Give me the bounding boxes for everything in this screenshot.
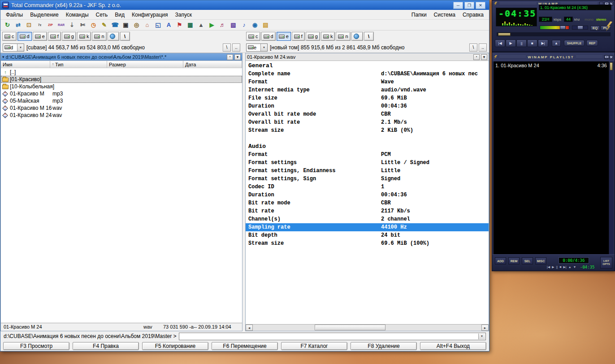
drive-button-n[interactable]: n bbox=[92, 32, 106, 41]
network-drive-button[interactable] bbox=[108, 32, 119, 41]
drive-button-g[interactable]: g bbox=[306, 32, 320, 41]
info-row[interactable]: Format settings, EndiannessLittle bbox=[246, 167, 489, 175]
mini-next-button[interactable]: ▶| bbox=[563, 265, 566, 269]
info-row[interactable]: FormatWave bbox=[246, 78, 489, 86]
internet-icon[interactable]: ◉ bbox=[250, 21, 260, 30]
scroll-right-icon[interactable]: ► bbox=[481, 325, 489, 331]
file-row[interactable]: 05-Майскаяmp3 bbox=[1, 97, 242, 104]
info-row[interactable]: Duration00:04:36 bbox=[246, 102, 489, 110]
seek-bar[interactable] bbox=[497, 32, 611, 36]
drive-button-f[interactable]: f bbox=[292, 32, 305, 41]
equalizer-button[interactable]: EQ bbox=[590, 26, 600, 30]
minimize-button[interactable]: ─ bbox=[453, 2, 463, 9]
track-title-marquee[interactable]: 1. 01-Красиво М 24 (4:36) bbox=[539, 4, 611, 10]
horizontal-scrollbar[interactable]: ◄ ► bbox=[246, 324, 489, 331]
image-icon[interactable]: ▧ bbox=[229, 21, 238, 30]
misc-button[interactable]: MISC bbox=[535, 257, 546, 264]
list-options-button[interactable]: LIST OPTS bbox=[600, 257, 612, 269]
info-row[interactable]: Codec ID1 bbox=[246, 183, 489, 191]
info-row[interactable]: File size69.6 MiB bbox=[246, 94, 489, 102]
balance-thumb[interactable] bbox=[577, 26, 583, 30]
root-dir-button[interactable]: \ bbox=[223, 43, 231, 52]
menu-item[interactable]: Выделение bbox=[26, 10, 62, 19]
flag-icon[interactable]: ⚑ bbox=[175, 21, 184, 30]
column-header[interactable]: ↑Тип bbox=[50, 61, 107, 68]
scroll-left-icon[interactable]: ◄ bbox=[246, 325, 253, 331]
playlist-item[interactable]: 1. 01-Красиво М 244:36 bbox=[494, 62, 608, 69]
repeat-button[interactable]: REP bbox=[586, 40, 598, 46]
function-key-button[interactable]: F3 Просмотр bbox=[3, 342, 69, 350]
root-drive-button[interactable]: \ bbox=[120, 32, 130, 41]
mini-pause-button[interactable]: || bbox=[556, 265, 558, 269]
volume-thumb[interactable] bbox=[560, 26, 566, 30]
playlist-scrollbar[interactable] bbox=[609, 61, 613, 254]
current-path-bar-right[interactable]: 01-Красиво М 24.wav * ▼ bbox=[246, 53, 489, 61]
grid-icon[interactable]: ▦ bbox=[186, 21, 195, 30]
current-path-bar-left[interactable]: ▾ d:\CUBASE\Анимация 6 новых песен до ос… bbox=[1, 53, 242, 61]
home-icon[interactable]: ⌂ bbox=[143, 21, 152, 30]
drive-button-c[interactable]: c bbox=[246, 32, 260, 41]
info-row[interactable]: Overall bit rate2.1 Mb/s bbox=[246, 118, 489, 126]
add-button[interactable]: ADD bbox=[495, 257, 506, 264]
drive-button-e[interactable]: e bbox=[33, 32, 47, 41]
play-button[interactable]: ▶ bbox=[506, 39, 516, 47]
info-row[interactable]: Bit depth24 bit bbox=[246, 231, 489, 239]
mini-down-button[interactable]: ▼ bbox=[573, 265, 576, 269]
menu-item[interactable]: Система bbox=[430, 10, 459, 19]
info-row[interactable]: Duration00:04:36 bbox=[246, 191, 489, 199]
rem-button[interactable]: REM bbox=[508, 257, 520, 264]
file-row[interactable]: 01-Красиво М 16wav bbox=[1, 104, 242, 112]
close-button[interactable]: ✕ bbox=[476, 2, 485, 9]
swap-panels-icon[interactable]: ⇄ bbox=[13, 21, 23, 30]
parent-dir-button[interactable]: .. bbox=[232, 43, 240, 52]
mini-play-button[interactable]: ▶ bbox=[552, 265, 554, 269]
info-row[interactable]: Internet media typeaudio/vnd.wave bbox=[246, 86, 489, 94]
file-row[interactable]: [01-Красиво] bbox=[1, 76, 242, 83]
playlist-menu-icon[interactable] bbox=[494, 55, 498, 59]
ftp-icon[interactable]: ☎ bbox=[110, 21, 120, 30]
pack-rar-icon[interactable]: RAR bbox=[56, 21, 66, 30]
menu-item[interactable]: Справка bbox=[459, 10, 487, 19]
clock-icon[interactable]: ◷ bbox=[89, 21, 98, 30]
close-button[interactable] bbox=[609, 55, 613, 59]
file-row[interactable]: ↑[..] bbox=[1, 69, 242, 76]
seek-thumb[interactable] bbox=[498, 33, 511, 36]
volume-slider[interactable] bbox=[540, 26, 569, 30]
mini-up-button[interactable]: ▲ bbox=[568, 265, 572, 269]
root-drive-button[interactable]: \ bbox=[364, 32, 374, 41]
function-key-button[interactable]: F8 Удаление bbox=[351, 342, 417, 350]
scrollbar-track[interactable] bbox=[253, 325, 481, 331]
path-history-button[interactable]: ▼ bbox=[234, 54, 241, 60]
scrollbar-thumb[interactable] bbox=[315, 325, 385, 330]
refresh-icon[interactable]: ↻ bbox=[3, 21, 12, 30]
unpack-icon[interactable]: ⇣ bbox=[67, 21, 77, 30]
tv-icon[interactable]: ◱ bbox=[153, 21, 163, 30]
winamp-menu-icon[interactable] bbox=[494, 2, 498, 6]
eject-button[interactable]: ▲ bbox=[552, 40, 561, 47]
function-key-button[interactable]: Alt+F4 Выход bbox=[420, 342, 486, 350]
path-favorites-button[interactable]: * bbox=[227, 54, 233, 60]
title-bar[interactable]: Total Commander (x64) 9.22a - JKF Sp. z … bbox=[0, 0, 489, 10]
path-menu-icon[interactable]: ▾ bbox=[2, 55, 4, 59]
shuffle-button[interactable]: SHUFFLE bbox=[564, 40, 585, 46]
info-row[interactable]: Format settings, SignSigned bbox=[246, 175, 489, 183]
command-input[interactable]: ▼ bbox=[179, 333, 486, 340]
drive-combo-left[interactable]: d ▼ bbox=[3, 43, 24, 52]
menu-item[interactable]: Команды bbox=[62, 10, 92, 19]
playlist-scrollbar-thumb[interactable] bbox=[610, 62, 613, 70]
search-icon[interactable]: ◎ bbox=[132, 21, 141, 30]
drive-button-d[interactable]: d bbox=[17, 32, 32, 41]
column-header[interactable]: Имя bbox=[1, 61, 50, 68]
menu-item[interactable]: Сеть bbox=[92, 10, 112, 19]
info-row[interactable]: Complete named:\CUBASE\Анимация 6 новых … bbox=[246, 70, 489, 78]
chevron-down-icon[interactable]: ▼ bbox=[260, 44, 267, 51]
sel-button[interactable]: SEL bbox=[522, 257, 533, 264]
drive-button-k[interactable]: k bbox=[77, 32, 91, 41]
notes-icon[interactable]: ✎ bbox=[100, 21, 109, 30]
shade-button[interactable] bbox=[604, 55, 608, 59]
command-history-icon[interactable]: ▼ bbox=[478, 334, 485, 339]
drive-button-e[interactable]: e bbox=[277, 32, 291, 41]
column-header[interactable]: Размер bbox=[107, 61, 183, 68]
cut-icon[interactable]: ✄ bbox=[78, 21, 87, 30]
path-history-button[interactable]: ▼ bbox=[481, 54, 487, 60]
